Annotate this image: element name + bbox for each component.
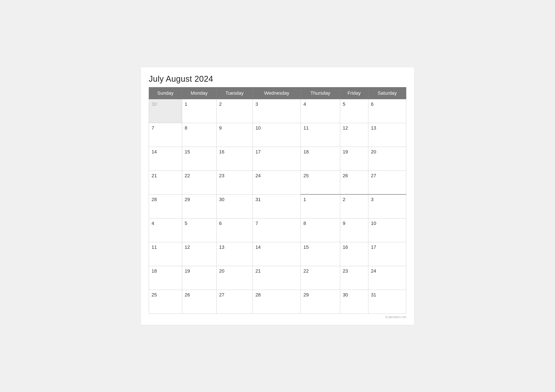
calendar-cell: 21 <box>149 171 182 194</box>
day-number: 5 <box>343 102 365 107</box>
calendar-cell: 13 <box>368 123 406 147</box>
calendar-cell: 16 <box>340 242 368 266</box>
day-number: 22 <box>303 268 337 274</box>
day-number: 20 <box>219 268 250 274</box>
day-number: 21 <box>256 268 298 274</box>
day-number: 19 <box>343 149 365 155</box>
calendar-cell: 8 <box>301 218 340 242</box>
calendar-cell: 5 <box>182 218 216 242</box>
day-number: 1 <box>185 102 214 107</box>
day-number: 29 <box>185 197 214 202</box>
calendar-cell: 3 <box>368 194 406 218</box>
calendar-cell: 20 <box>368 147 406 171</box>
calendar-cell: 25 <box>149 290 182 313</box>
calendar-cell: 20 <box>216 266 253 290</box>
calendar-cell: 24 <box>368 266 406 290</box>
calendar-cell: 14 <box>149 147 182 171</box>
calendar-cell: 11 <box>301 123 340 147</box>
day-number: 4 <box>303 102 337 107</box>
day-number: 24 <box>371 268 403 274</box>
day-number: 10 <box>371 221 403 226</box>
calendar-cell: 18 <box>149 266 182 290</box>
day-number: 28 <box>256 292 298 298</box>
calendar-cell: 27 <box>216 290 253 313</box>
calendar-cell: 2 <box>340 194 368 218</box>
calendar-cell: 1 <box>301 194 340 218</box>
day-number: 12 <box>185 244 214 250</box>
day-number: 25 <box>152 292 179 298</box>
header-cell-wednesday: Wednesday <box>253 87 301 99</box>
watermark: iCalendars.net <box>149 315 406 319</box>
week-row: 14151617181920 <box>149 147 406 171</box>
calendar-cell: 29 <box>301 290 340 313</box>
calendar-cell: 22 <box>301 266 340 290</box>
calendar-cell: 15 <box>301 242 340 266</box>
calendar-cell: 18 <box>301 147 340 171</box>
calendar-cell: 4 <box>301 99 340 123</box>
calendar-cell: 7 <box>149 123 182 147</box>
day-number: 16 <box>343 244 365 250</box>
calendar-cell: 24 <box>253 171 301 194</box>
day-number: 14 <box>256 244 298 250</box>
day-number: 27 <box>371 173 403 179</box>
day-number: 4 <box>152 221 179 226</box>
day-number: 27 <box>219 292 250 298</box>
day-number: 23 <box>219 173 250 179</box>
day-number: 2 <box>219 102 250 107</box>
day-number: 1 <box>303 197 337 202</box>
header-cell-sunday: Sunday <box>149 87 182 99</box>
calendar-cell: 7 <box>253 218 301 242</box>
calendar-cell: 30 <box>340 290 368 313</box>
day-number: 3 <box>256 102 298 107</box>
header-cell-thursday: Thursday <box>301 87 340 99</box>
calendar-cell: 6 <box>368 99 406 123</box>
calendar-cell: 28 <box>149 194 182 218</box>
day-number: 11 <box>152 244 179 250</box>
day-number: 7 <box>152 125 179 131</box>
calendar-cell: 27 <box>368 171 406 194</box>
calendar-cell: 6 <box>216 218 253 242</box>
calendar-cell: 28 <box>253 290 301 313</box>
day-number: 9 <box>343 221 365 226</box>
day-number: 31 <box>371 292 403 298</box>
calendar-cell: 29 <box>182 194 216 218</box>
day-number: 21 <box>152 173 179 179</box>
week-row: 28293031123 <box>149 194 406 218</box>
day-number: 22 <box>185 173 214 179</box>
week-row: 45678910 <box>149 218 406 242</box>
day-number: 17 <box>256 149 298 155</box>
calendar-cell: 14 <box>253 242 301 266</box>
day-number: 30 <box>152 102 179 107</box>
day-number: 3 <box>371 197 403 202</box>
calendar-cell: 31 <box>253 194 301 218</box>
week-row: 11121314151617 <box>149 242 406 266</box>
calendar-cell: 16 <box>216 147 253 171</box>
day-number: 18 <box>303 149 337 155</box>
day-number: 26 <box>343 173 365 179</box>
calendar-cell: 23 <box>340 266 368 290</box>
calendar-cell: 9 <box>340 218 368 242</box>
day-number: 8 <box>185 125 214 131</box>
week-row: 21222324252627 <box>149 171 406 194</box>
calendar-cell: 31 <box>368 290 406 313</box>
calendar-container: July August 2024 SundayMondayTuesdayWedn… <box>141 67 414 325</box>
day-number: 30 <box>343 292 365 298</box>
day-number: 30 <box>219 197 250 202</box>
day-number: 5 <box>185 221 214 226</box>
calendar-cell: 26 <box>340 171 368 194</box>
day-number: 10 <box>256 125 298 131</box>
day-number: 9 <box>219 125 250 131</box>
day-number: 26 <box>185 292 214 298</box>
day-number: 16 <box>219 149 250 155</box>
day-number: 28 <box>152 197 179 202</box>
day-number: 17 <box>371 244 403 250</box>
calendar-cell: 8 <box>182 123 216 147</box>
header-cell-friday: Friday <box>340 87 368 99</box>
header-row: SundayMondayTuesdayWednesdayThursdayFrid… <box>149 87 406 99</box>
header-cell-tuesday: Tuesday <box>216 87 253 99</box>
header-cell-monday: Monday <box>182 87 216 99</box>
week-row: 30123456 <box>149 99 406 123</box>
day-number: 14 <box>152 149 179 155</box>
calendar-cell: 4 <box>149 218 182 242</box>
calendar-cell: 19 <box>340 147 368 171</box>
